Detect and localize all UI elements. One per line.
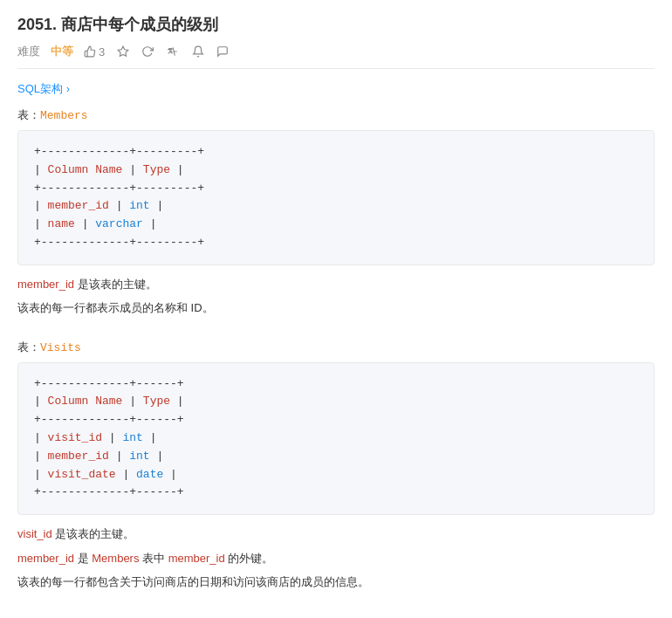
page-title: 2051. 商店中每个成员的级别 [17, 14, 655, 35]
difficulty-value: 中等 [51, 44, 73, 59]
code-line-2: | Column Name | Type | [34, 161, 638, 180]
members-label: 表：Members [17, 107, 655, 123]
action-icons: 3 [84, 45, 229, 58]
members-section: 表：Members +-------------+---------+ | Co… [17, 107, 655, 319]
visits-desc3: 该表的每一行都包含关于访问商店的日期和访问该商店的成员的信息。 [17, 572, 655, 592]
breadcrumb[interactable]: SQL架构 › [17, 81, 655, 97]
refresh-button[interactable] [141, 45, 154, 58]
visits-code-line-5: | member_id | int | [34, 448, 638, 466]
visits-code-line-6: | visit_date | date | [34, 466, 638, 484]
code-line-4: | member_id | int | [34, 197, 638, 216]
visits-code-line-1: +-------------+------+ [34, 375, 638, 394]
translate-icon [166, 45, 180, 58]
members-table-name: Members [40, 109, 88, 122]
notification-button[interactable] [192, 45, 204, 58]
refresh-icon [141, 45, 154, 58]
visits-code-line-7: +-------------+------+ [34, 484, 638, 502]
visits-table-name: Visits [40, 341, 81, 354]
code-line-1: +-------------+---------+ [34, 143, 638, 161]
bell-icon [192, 45, 204, 58]
breadcrumb-sql[interactable]: SQL架构 [17, 82, 63, 95]
code-line-6: +-------------+---------+ [34, 234, 638, 252]
comment-button[interactable] [216, 45, 229, 58]
comment-icon [216, 45, 229, 58]
code-line-5: | name | varchar | [34, 216, 638, 234]
visits-desc2: member_id 是 Members 表中 member_id 的外键。 [17, 548, 655, 568]
like-count: 3 [99, 45, 105, 58]
visits-section: 表：Visits +-------------+------+ | Column… [17, 340, 655, 593]
difficulty-bar: 难度 中等 3 [17, 44, 655, 69]
members-desc1: member_id 是该表的主键。 [17, 274, 655, 294]
visits-code-line-4: | visit_id | int | [34, 429, 638, 448]
code-line-3: +-------------+---------+ [34, 180, 638, 198]
breadcrumb-arrow: › [66, 82, 70, 95]
star-icon [117, 45, 129, 58]
svg-marker-0 [118, 46, 128, 56]
members-code-block: +-------------+---------+ | Column Name … [17, 130, 655, 265]
thumbs-up-icon [84, 45, 96, 58]
visits-code-line-2: | Column Name | Type | [34, 393, 638, 411]
star-button[interactable] [117, 45, 129, 58]
visits-desc1: visit_id 是该表的主键。 [17, 524, 655, 544]
difficulty-label: 难度 [17, 44, 40, 59]
visits-label: 表：Visits [17, 340, 655, 355]
visits-code-line-3: +-------------+------+ [34, 411, 638, 429]
translate-button[interactable] [166, 45, 180, 58]
like-button[interactable]: 3 [84, 45, 105, 58]
members-desc2: 该表的每一行都表示成员的名称和 ID。 [17, 298, 655, 318]
visits-code-block: +-------------+------+ | Column Name | T… [17, 362, 655, 516]
